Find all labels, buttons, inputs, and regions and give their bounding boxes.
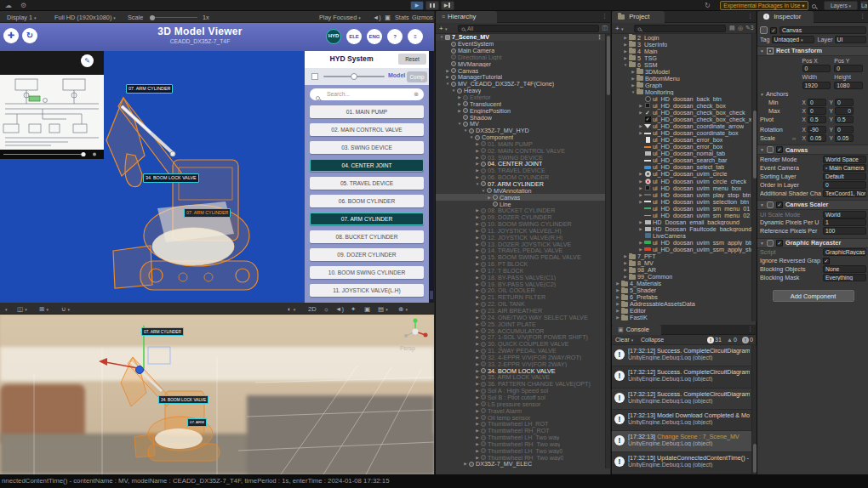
expand-arrow-icon[interactable]: ▼ — [450, 88, 457, 93]
active-checkbox[interactable]: ✓ — [770, 27, 777, 34]
hierarchy-row[interactable]: ▶Canvas — [436, 194, 605, 201]
expand-arrow-icon[interactable]: ▶ — [474, 355, 481, 360]
project-row[interactable]: LiveCamera — [612, 232, 751, 239]
expand-arrow-icon[interactable]: ▶ — [474, 229, 481, 233]
expand-arrow-icon[interactable]: ▶ — [474, 389, 481, 393]
create-button[interactable]: + ▾ — [615, 25, 623, 32]
hierarchy-row[interactable]: ▶ManagerTutorial — [436, 74, 605, 81]
canvas-enabled-checkbox[interactable]: ✓ — [776, 146, 783, 153]
gizmos-visibility-icon[interactable]: ▤ ▾ — [378, 305, 388, 313]
layer-dropdown[interactable]: UI — [835, 36, 866, 43]
vsync-icon[interactable]: ▣ — [385, 14, 391, 21]
expand-arrow-icon[interactable]: ▶ — [637, 193, 644, 197]
orientation-gizmo[interactable] — [402, 318, 429, 345]
hierarchy-row[interactable]: ▶Oil temp sensor — [436, 414, 605, 421]
expand-arrow-icon[interactable]: ▶ — [622, 254, 629, 258]
project-row[interactable]: ui_HD_doosan_uvim_sm_menu_02 — [612, 212, 751, 218]
expand-arrow-icon[interactable]: ▶ — [637, 179, 644, 184]
transparency-checkbox[interactable] — [311, 73, 318, 80]
toggle-2d-button[interactable]: 2D — [308, 305, 317, 313]
expand-arrow-icon[interactable]: ▶ — [637, 186, 644, 190]
expand-arrow-icon[interactable]: ▼ — [468, 135, 475, 139]
property-checkbox[interactable]: ✓ — [823, 258, 830, 264]
annotation-boom-lock-valve[interactable]: 34. BOOM LOCK VALVE — [143, 173, 199, 183]
expand-arrow-icon[interactable]: ▶ — [474, 409, 481, 413]
hierarchy-row[interactable]: ▶32. 4-EPPR V/V(FOR 2WAY/ROT) — [436, 355, 605, 361]
expand-arrow-icon[interactable]: ▶ — [630, 77, 637, 81]
component-button[interactable]: 05. TRAVEL DEVICE — [310, 177, 424, 190]
hierarchy-scrollbar[interactable] — [605, 34, 610, 468]
panel-menu-icon[interactable]: ⋮ — [747, 13, 753, 20]
expand-arrow-icon[interactable]: ▶ — [474, 269, 481, 273]
expand-arrow-icon[interactable]: ▶ — [630, 83, 637, 88]
component-button[interactable]: 10. BOOM SWING CYLINDER — [310, 266, 424, 279]
annotation-arm-cylinder[interactable]: 07. ARM CYLINDER — [126, 84, 173, 94]
expand-arrow-icon[interactable]: ▶ — [474, 309, 481, 313]
project-row[interactable]: ▶AddressableAssetsData — [612, 301, 751, 308]
project-row[interactable]: ui_HD_doosan_select_tab — [612, 164, 751, 171]
display-dropdown[interactable]: Display 1 ▾ — [7, 14, 37, 21]
expand-arrow-icon[interactable]: ▶ — [622, 268, 629, 272]
hidden-count-icon[interactable]: ✎3 — [745, 25, 754, 31]
hierarchy-row[interactable]: ▶Thumbwheel RH_Two way — [436, 440, 605, 447]
project-row[interactable]: ▶BottomMenu — [612, 75, 751, 82]
raycaster-enabled-checkbox[interactable]: ✓ — [776, 240, 783, 247]
rotation-y-field[interactable]: 0 — [835, 126, 854, 133]
error-count-badge[interactable]: !0 — [742, 337, 756, 343]
expand-arrow-icon[interactable]: ▶ — [474, 275, 481, 280]
project-row[interactable]: ▶ui_HD_doosan_uvim_ssm_apply_stop_btn — [612, 246, 751, 253]
nav-hyd-button[interactable]: HYD — [326, 29, 341, 44]
expand-arrow-icon[interactable]: ▶ — [474, 262, 481, 266]
scaler-enabled-checkbox[interactable]: ✓ — [776, 201, 783, 208]
hierarchy-row[interactable]: Shadow — [436, 114, 605, 121]
hierarchy-row[interactable]: ▶Thumbwheel LH_Two way0 — [436, 447, 605, 454]
expand-arrow-icon[interactable]: ▶ — [637, 227, 644, 231]
order-in-layer-field[interactable]: 0 — [823, 181, 866, 189]
edit-pencil-button[interactable]: ✎ — [81, 54, 94, 67]
add-component-button[interactable]: Add Component — [773, 290, 854, 302]
expand-arrow-icon[interactable]: ▶ — [622, 49, 629, 54]
clear-button[interactable]: Clear ▾ — [615, 337, 633, 343]
component-search-input[interactable]: Search... ⊗ — [310, 88, 424, 100]
nav-help-button[interactable]: ? — [387, 29, 403, 44]
hierarchy-row[interactable]: ▼MV_CEADD_DX35Z-7_T4F(Clone) — [436, 81, 605, 88]
expand-arrow-icon[interactable]: ▶ — [474, 295, 481, 299]
expand-arrow-icon[interactable]: ▶ — [637, 247, 644, 252]
hierarchy-row[interactable]: ▶35. ARM LOCK VALVE — [436, 374, 605, 381]
render-mode-field[interactable]: World Space — [823, 156, 866, 163]
expand-arrow-icon[interactable]: ▶ — [474, 282, 481, 287]
hierarchy-row[interactable]: ▶26. ACCUMULATOR — [436, 327, 605, 334]
expand-arrow-icon[interactable]: ▶ — [474, 215, 481, 219]
project-row[interactable]: ▶4_Main — [612, 48, 751, 54]
expand-arrow-icon[interactable]: ▶ — [474, 422, 481, 426]
project-row[interactable]: ▶ui_HD_doosan_check_box — [612, 102, 751, 109]
expand-arrow-icon[interactable]: ▶ — [474, 149, 481, 153]
console-entry[interactable]: ![17:32:15] UpdateConnectedContentTime()… — [612, 452, 751, 474]
project-row[interactable]: ▶ui_HD_doosan_uvim_menu_box — [612, 184, 751, 191]
hierarchy-row[interactable]: Line — [436, 201, 605, 207]
play-button[interactable]: ▶ — [410, 1, 424, 10]
expand-arrow-icon[interactable]: ▼ — [462, 128, 469, 133]
hierarchy-row[interactable]: ▶22. OIL TANK — [436, 301, 605, 308]
project-row[interactable]: ▶3DModel — [612, 68, 751, 75]
expand-arrow-icon[interactable]: ▶ — [474, 322, 481, 326]
hierarchy-row[interactable]: ▶Travel Alarm — [436, 407, 605, 414]
project-row[interactable]: ▶HD_Doosan_Faultcode_background — [612, 225, 751, 232]
audio-icon[interactable]: ◄) — [335, 305, 344, 313]
project-row[interactable]: ▶99_Common — [612, 274, 751, 281]
expand-arrow-icon[interactable]: ▶ — [462, 462, 469, 466]
project-row[interactable]: ▶5_TSG — [612, 54, 751, 61]
component-button[interactable]: 04. CENTER JOINT — [310, 159, 424, 172]
model-toggle[interactable]: Model — [388, 72, 405, 78]
reference-pixels-per-field[interactable]: 100 — [823, 227, 866, 235]
expand-arrow-icon[interactable]: ▶ — [474, 382, 481, 386]
expand-arrow-icon[interactable]: ▶ — [474, 402, 481, 406]
expand-arrow-icon[interactable]: ▶ — [637, 220, 644, 224]
tag-dropdown[interactable]: Untagged ▾ — [772, 36, 814, 43]
hierarchy-row[interactable]: ▶Thumbwheel RH_Two way0 — [436, 454, 605, 461]
project-row[interactable]: ▶Editor — [612, 308, 751, 315]
expand-arrow-icon[interactable]: ▶ — [474, 395, 481, 400]
hierarchy-row[interactable]: ▶15. BOOM SWING PEDAL VALVE — [436, 254, 605, 261]
expand-arrow-icon[interactable]: ▶ — [456, 102, 463, 106]
hierarchy-row[interactable]: ▶04. CENTER JOINT — [436, 161, 605, 167]
